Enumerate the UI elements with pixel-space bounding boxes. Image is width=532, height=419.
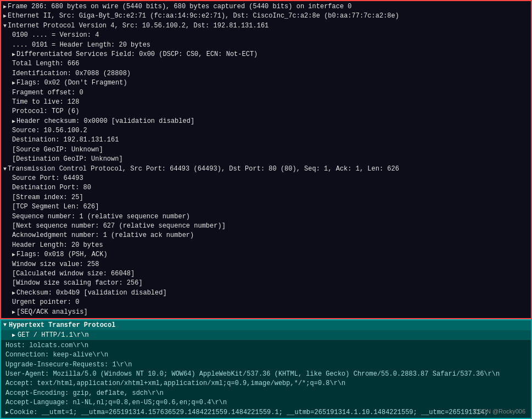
expand-arrow-flags[interactable]: ▶ <box>12 80 15 88</box>
tcp-window-scale-text: [Window size scaling factor: 256] <box>12 279 143 288</box>
http-connection-text: Connection: keep-alive\r\n <box>5 350 108 360</box>
http-language-text: Accept-Language: nl-NL,nl;q=0.8,en-US;q=… <box>5 398 227 407</box>
tcp-header-len-text: Header Length: 20 bytes <box>12 241 103 250</box>
tcp-seq-line: Sequence number: 1 (relative sequence nu… <box>3 212 529 222</box>
tcp-text: Transmission Control Protocol, Src Port:… <box>8 165 399 174</box>
expand-arrow-checksum[interactable]: ▶ <box>12 118 15 126</box>
ip-dst-geoip-line: [Destination GeoIP: Unknown] <box>3 155 529 164</box>
http-accept-line: Accept: text/html,application/xhtml+xml,… <box>3 379 529 388</box>
tcp-dst-port-text: Destination Port: 80 <box>12 183 91 192</box>
ip-frag-offset-text: Fragment offset: 0 <box>12 88 83 98</box>
ip-src-text: Source: 10.56.100.2 <box>12 126 87 135</box>
tcp-stream-line: [Stream index: 25] <box>3 193 529 202</box>
tcp-stream-text: [Stream index: 25] <box>12 193 83 202</box>
ip-dst-geoip-text: [Destination GeoIP: Unknown] <box>12 155 123 164</box>
http-host-text: Host: lolcats.com\r\n <box>5 341 88 350</box>
expand-arrow-tcp-checksum[interactable]: ▶ <box>12 290 15 298</box>
http-encoding-text: Accept-Encoding: gzip, deflate, sdch\r\n <box>5 389 164 398</box>
frame-text: Frame 286: 680 bytes on wire (5440 bits)… <box>8 2 352 12</box>
ip-flags-line: ▶ Flags: 0x02 (Don't Fragment) <box>3 78 529 88</box>
packet-content: ▶ Frame 286: 680 bytes on wire (5440 bit… <box>1 1 531 318</box>
frame-line: ▶ Frame 286: 680 bytes on wire (5440 bit… <box>3 2 529 12</box>
expand-arrow-seqack[interactable]: ▶ <box>12 309 15 317</box>
tcp-src-port-text: Source Port: 64493 <box>12 174 83 183</box>
expand-arrow-frame[interactable]: ▶ <box>3 3 7 12</box>
ip-total-len-text: Total Length: 666 <box>12 59 79 69</box>
expand-arrow-get[interactable]: ▶ <box>12 332 15 338</box>
http-language-line: Accept-Language: nl-NL,nl;q=0.8,en-US;q=… <box>3 398 529 407</box>
ip-id-text: Identification: 0x7088 (28808) <box>12 69 131 78</box>
tcp-ack-line: Acknowledgment number: 1 (relative ack n… <box>3 231 529 240</box>
expand-arrow-ip[interactable]: ▼ <box>3 22 7 31</box>
ip-dst-line: Destination: 192.81.131.161 <box>3 135 529 145</box>
http-section: ▼ Hypertext Transfer Protocol ▶ GET / HT… <box>0 319 532 419</box>
tcp-flags-line: ▶ Flags: 0x018 (PSH, ACK) <box>3 250 529 259</box>
ip-src-geoip-text: [Source GeoIP: Unknown] <box>12 145 103 155</box>
ip-dscp-text: Differentiated Services Field: 0x00 (DSC… <box>16 50 257 59</box>
tcp-next-seq-line: [Next sequence number: 627 (relative seq… <box>3 222 529 231</box>
http-connection-line: Connection: keep-alive\r\n <box>3 350 529 360</box>
ip-frag-offset-line: Fragment offset: 0 <box>3 88 529 98</box>
tcp-flags-text: Flags: 0x018 (PSH, ACK) <box>16 250 108 259</box>
tcp-checksum-line: ▶ Checksum: 0xb4b9 [validation disabled] <box>3 288 529 298</box>
ip-ttl-text: Time to live: 128 <box>12 98 79 107</box>
tcp-seq-text: Sequence number: 1 (relative sequence nu… <box>12 212 190 222</box>
http-upgrade-text: Upgrade-Insecure-Requests: 1\r\n <box>5 360 132 370</box>
tcp-src-port-line: Source Port: 64493 <box>3 174 529 183</box>
http-cookie-line: ▶ Cookie: __utmt=1; __utma=265191314.157… <box>3 408 529 417</box>
http-useragent-line: User-Agent: Mozilla/5.0 (Windows NT 10.0… <box>3 370 529 379</box>
tcp-dst-port-line: Destination Port: 80 <box>3 183 529 192</box>
http-upgrade-line: Upgrade-Insecure-Requests: 1\r\n <box>3 360 529 370</box>
tcp-line: ▼ Transmission Control Protocol, Src Por… <box>3 165 529 174</box>
expand-arrow-tcp[interactable]: ▼ <box>3 166 7 174</box>
ethernet-text: Ethernet II, Src: Giga-Byt_9c:e2:71 (fc:… <box>8 12 399 21</box>
http-header-text: Hypertext Transfer Protocol <box>9 321 115 329</box>
ip-line: ▼ Internet Protocol Version 4, Src: 10.5… <box>3 21 529 31</box>
expand-arrow-http[interactable]: ▼ <box>3 322 7 328</box>
watermark: CSDN @Rocky006 <box>474 408 525 415</box>
ip-text: Internet Protocol Version 4, Src: 10.56.… <box>8 21 268 31</box>
tcp-seqack-text: [SEQ/ACK analysis] <box>16 308 88 317</box>
ip-id-line: Identification: 0x7088 (28808) <box>3 69 529 78</box>
ip-dscp-line: ▶ Differentiated Services Field: 0x00 (D… <box>3 50 529 59</box>
http-useragent-text: User-Agent: Mozilla/5.0 (Windows NT 10.0… <box>5 370 500 379</box>
tcp-urgent-text: Urgent pointer: 0 <box>12 298 79 307</box>
http-content: Host: lolcats.com\r\n Connection: keep-a… <box>1 340 531 419</box>
http-get-line: ▶ GET / HTTP/1.1\r\n <box>1 330 531 340</box>
tcp-seqack-line: ▶ [SEQ/ACK analysis] <box>3 308 529 317</box>
ip-checksum-text: Header checksum: 0x0000 [validation disa… <box>16 117 194 126</box>
expand-arrow-cookie[interactable]: ▶ <box>5 409 9 417</box>
http-get-text: GET / HTTP/1.1\r\n <box>18 331 89 339</box>
ip-proto-line: Protocol: TCP (6) <box>3 107 529 116</box>
ip-header-len-text: .... 0101 = Header Length: 20 bytes <box>12 41 150 50</box>
tcp-calc-window-text: [Calculated window size: 66048] <box>12 269 135 279</box>
tcp-next-seq-text: [Next sequence number: 627 (relative seq… <box>12 222 226 231</box>
tcp-header-len-line: Header Length: 20 bytes <box>3 241 529 250</box>
ip-version-line: 0100 .... = Version: 4 <box>3 31 529 40</box>
ip-flags-text: Flags: 0x02 (Don't Fragment) <box>16 78 127 88</box>
expand-arrow-ethernet[interactable]: ▶ <box>3 13 7 21</box>
ip-src-line: Source: 10.56.100.2 <box>3 126 529 135</box>
http-encoding-line: Accept-Encoding: gzip, deflate, sdch\r\n <box>3 389 529 398</box>
tcp-urgent-line: Urgent pointer: 0 <box>3 298 529 307</box>
tcp-window-line: Window size value: 258 <box>3 260 529 269</box>
http-cookie-text: Cookie: __utmt=1; __utma=265191314.15763… <box>10 408 488 417</box>
ip-src-geoip-line: [Source GeoIP: Unknown] <box>3 145 529 155</box>
ip-checksum-line: ▶ Header checksum: 0x0000 [validation di… <box>3 117 529 126</box>
packet-section: ▶ Frame 286: 680 bytes on wire (5440 bit… <box>0 0 532 319</box>
tcp-seg-len-text: [TCP Segment Len: 626] <box>12 202 99 212</box>
ip-version-text: 0100 .... = Version: 4 <box>12 31 99 40</box>
ip-total-len-line: Total Length: 666 <box>3 59 529 69</box>
tcp-window-text: Window size value: 258 <box>12 260 99 269</box>
tcp-calc-window-line: [Calculated window size: 66048] <box>3 269 529 279</box>
tcp-checksum-text: Checksum: 0xb4b9 [validation disabled] <box>16 288 167 298</box>
tcp-seg-len-line: [TCP Segment Len: 626] <box>3 202 529 212</box>
tcp-window-scale-line: [Window size scaling factor: 256] <box>3 279 529 288</box>
tcp-ack-text: Acknowledgment number: 1 (relative ack n… <box>12 231 194 240</box>
ip-ttl-line: Time to live: 128 <box>3 98 529 107</box>
ip-header-len-line: .... 0101 = Header Length: 20 bytes <box>3 41 529 50</box>
http-accept-text: Accept: text/html,application/xhtml+xml,… <box>5 379 345 388</box>
expand-arrow-dscp[interactable]: ▶ <box>12 51 15 59</box>
expand-arrow-tcp-flags[interactable]: ▶ <box>12 251 15 259</box>
ethernet-line: ▶ Ethernet II, Src: Giga-Byt_9c:e2:71 (f… <box>3 12 529 21</box>
